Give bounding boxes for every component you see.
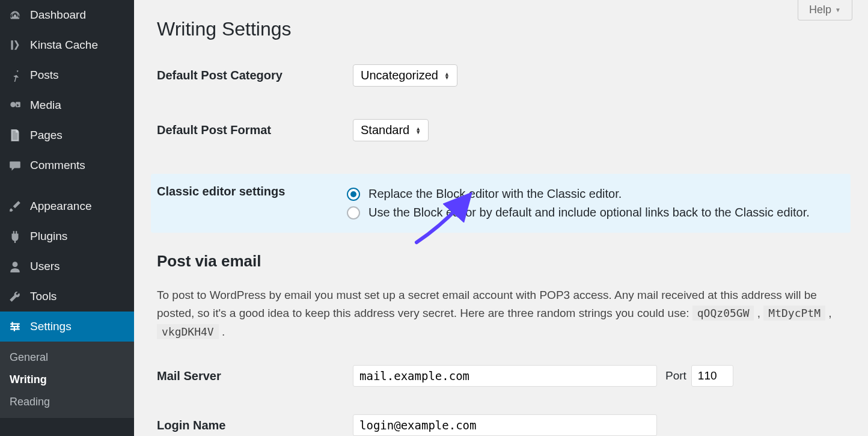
plugin-icon (7, 229, 23, 244)
sidebar-item-pages[interactable]: Pages (0, 120, 134, 150)
submenu-item-general[interactable]: General (0, 346, 134, 369)
submenu-item-writing[interactable]: Writing (0, 369, 134, 391)
dashboard-icon (7, 7, 23, 23)
settings-icon (7, 319, 23, 334)
default-format-label: Default Post Format (157, 123, 353, 137)
default-format-select[interactable]: Standard ▲▼ (353, 119, 429, 141)
page-title: Writing Settings (157, 18, 851, 40)
settings-submenu: General Writing Reading (0, 342, 134, 418)
mail-server-input[interactable] (353, 365, 657, 387)
sidebar-item-label: Kinsta Cache (30, 38, 98, 52)
select-caret-icon: ▲▼ (415, 127, 421, 134)
random-string-3: vkgDKH4V (157, 324, 219, 339)
post-via-email-description: To post to WordPress by email you must s… (157, 286, 851, 341)
brush-icon (7, 198, 23, 214)
sidebar-item-label: Settings (30, 320, 72, 333)
page-icon (7, 127, 23, 143)
radio-use-block-editor-default[interactable]: Use the Block editor by default and incl… (347, 203, 851, 222)
content-area: Help Writing Settings Default Post Categ… (134, 0, 868, 436)
sidebar-item-plugins[interactable]: Plugins (0, 221, 134, 251)
kinsta-icon (7, 37, 23, 53)
sidebar-item-tools[interactable]: Tools (0, 281, 134, 312)
sidebar-item-dashboard[interactable]: Dashboard (0, 0, 134, 30)
sidebar-item-label: Comments (30, 159, 85, 172)
default-category-select[interactable]: Uncategorized ▲▼ (353, 64, 457, 87)
svg-rect-1 (16, 102, 20, 108)
help-toggle[interactable]: Help (798, 0, 852, 20)
sidebar-item-label: Dashboard (30, 8, 86, 22)
random-string-2: MtDycPtM (763, 306, 825, 321)
svg-rect-8 (17, 325, 18, 329)
sidebar-item-label: Media (30, 99, 61, 112)
port-label: Port (665, 369, 686, 382)
sidebar-item-settings[interactable]: Settings (0, 312, 134, 342)
classic-editor-settings-row: Classic editor settings Replace the Bloc… (151, 174, 851, 233)
default-category-label: Default Post Category (157, 69, 353, 82)
radio-option-label: Use the Block editor by default and incl… (368, 206, 810, 220)
login-name-input[interactable] (353, 414, 657, 436)
port-input[interactable] (691, 365, 733, 387)
sidebar-item-label: Pages (30, 129, 63, 142)
help-label: Help (809, 4, 831, 16)
sidebar-item-posts[interactable]: Posts (0, 60, 134, 90)
svg-point-0 (10, 102, 16, 108)
sidebar-item-label: Posts (30, 69, 59, 82)
sidebar-item-media[interactable]: Media (0, 90, 134, 120)
sidebar-item-appearance[interactable]: Appearance (0, 191, 134, 221)
sidebar-item-kinsta-cache[interactable]: Kinsta Cache (0, 30, 134, 60)
sidebar-item-label: Appearance (30, 200, 91, 213)
default-category-value: Uncategorized (361, 69, 438, 82)
admin-sidebar: Dashboard Kinsta Cache Posts Media Pages… (0, 0, 134, 436)
mail-server-label: Mail Server (157, 369, 353, 383)
default-format-value: Standard (361, 123, 409, 137)
post-via-email-heading: Post via email (157, 252, 851, 271)
svg-rect-9 (14, 327, 15, 331)
random-string-1: qOQz05GW (692, 306, 754, 321)
wrench-icon (7, 289, 23, 304)
radio-icon (347, 206, 360, 220)
radio-icon (347, 188, 360, 201)
sidebar-item-label: Tools (30, 290, 57, 303)
classic-editor-label: Classic editor settings (151, 185, 347, 198)
sidebar-item-label: Users (30, 260, 60, 273)
sidebar-item-comments[interactable]: Comments (0, 150, 134, 180)
svg-rect-2 (12, 130, 19, 141)
svg-rect-7 (12, 322, 13, 326)
sidebar-item-users[interactable]: Users (0, 251, 134, 281)
submenu-item-reading[interactable]: Reading (0, 391, 134, 413)
svg-point-3 (13, 262, 18, 267)
pin-icon (7, 67, 23, 83)
sidebar-item-label: Plugins (30, 230, 67, 243)
radio-replace-block-editor[interactable]: Replace the Block editor with the Classi… (347, 185, 851, 203)
radio-option-label: Replace the Block editor with the Classi… (368, 187, 622, 201)
login-name-label: Login Name (157, 419, 353, 432)
select-caret-icon: ▲▼ (444, 72, 450, 79)
media-icon (7, 97, 23, 113)
user-icon (7, 259, 23, 274)
comment-icon (7, 158, 23, 173)
